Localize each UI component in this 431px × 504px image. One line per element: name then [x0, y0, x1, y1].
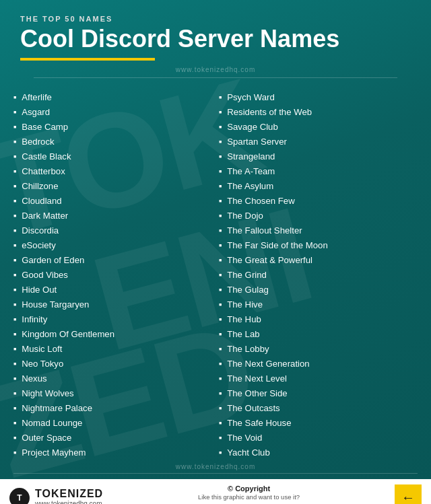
list-item: Spartan Server	[219, 135, 418, 149]
list-item: The Next Level	[219, 371, 418, 386]
list-item: The Fallout Shelter	[219, 223, 418, 238]
list-item: Cloudland	[13, 194, 212, 209]
list-item: Chatterbox	[13, 164, 212, 179]
list-item: Nexus	[13, 371, 212, 386]
list-item: Dark Matter	[13, 209, 212, 223]
list-item: Good Vibes	[13, 268, 212, 283]
brand-logo-icon: T	[9, 488, 30, 504]
list-item: House Targaryen	[13, 297, 212, 312]
list-item: The Dojo	[219, 209, 418, 223]
list-item: Chillzone	[13, 179, 212, 194]
brand-url: www.tokenizedhq.com	[35, 500, 103, 504]
footer: T TOKENIZED www.tokenizedhq.com © Copyri…	[0, 479, 431, 504]
list-item: Strangeland	[219, 149, 418, 164]
brand-icon-letter: T	[17, 493, 22, 503]
list-item: The Asylum	[219, 179, 418, 194]
left-column: AfterlifeAsgardBase CampBedrockCastle Bl…	[13, 90, 212, 460]
list-item: The Safe House	[219, 416, 418, 431]
list-item: Infinity	[13, 312, 212, 327]
footer-divider	[13, 473, 418, 474]
list-item: The Lobby	[219, 342, 418, 357]
list-item: Discordia	[13, 223, 212, 238]
footer-brand: TOKENIZED www.tokenizedhq.com	[35, 488, 103, 504]
top-label: THE TOP 50 NAMES	[20, 15, 411, 23]
list-item: Garden of Eden	[13, 253, 212, 268]
header: THE TOP 50 NAMES Cool Discord Server Nam…	[0, 0, 431, 90]
list-item: The A-Team	[219, 164, 418, 179]
page-container: TOK ENI ZED THE TOP 50 NAMES Cool Discor…	[0, 0, 431, 504]
list-item: Bedrock	[13, 135, 212, 149]
list-item: The Far Side of the Moon	[219, 238, 418, 253]
list-item: Yacht Club	[219, 445, 418, 460]
list-item: The Next Generation	[219, 357, 418, 371]
list-item: Nomad Lounge	[13, 416, 212, 431]
footer-center: © Copyright Like this graphic and want t…	[103, 484, 395, 504]
list-item: The Lab	[219, 327, 418, 342]
list-item: eSociety	[13, 238, 212, 253]
arrow-button[interactable]: ←	[395, 484, 422, 504]
columns: AfterlifeAsgardBase CampBedrockCastle Bl…	[0, 90, 431, 460]
footer-left: T TOKENIZED www.tokenizedhq.com	[9, 488, 103, 504]
list-item: Outer Space	[13, 431, 212, 445]
list-item: Kingdom Of Gentlemen	[13, 327, 212, 342]
right-column: Psych WardResidents of the WebSavage Clu…	[219, 90, 418, 460]
brand-name: TOKENIZED	[35, 488, 103, 500]
list-item: Asgard	[13, 105, 212, 120]
list-item: Base Camp	[13, 120, 212, 135]
header-divider	[34, 77, 397, 78]
copyright-label: © Copyright	[110, 484, 388, 493]
list-item: The Other Side	[219, 386, 418, 401]
list-item: The Void	[219, 431, 418, 445]
list-item: The Outcasts	[219, 401, 418, 416]
list-item: The Hub	[219, 312, 418, 327]
copyright-text: Like this graphic and want to use it?Don…	[110, 493, 388, 504]
list-item: The Chosen Few	[219, 194, 418, 209]
list-item: The Grind	[219, 268, 418, 283]
list-item: Castle Black	[13, 149, 212, 164]
list-item: The Gulag	[219, 283, 418, 297]
list-item: Savage Club	[219, 120, 418, 135]
list-item: Hide Out	[13, 283, 212, 297]
list-item: Music Loft	[13, 342, 212, 357]
list-item: Psych Ward	[219, 90, 418, 105]
list-item: The Hive	[219, 297, 418, 312]
list-item: Project Mayhem	[13, 445, 212, 460]
list-item: The Great & Powerful	[219, 253, 418, 268]
list-item: Neo Tokyo	[13, 357, 212, 371]
list-item: Afterlife	[13, 90, 212, 105]
footer-url-mid: www.tokenizedhq.com	[0, 463, 431, 470]
yellow-bar	[20, 58, 155, 61]
list-item: Residents of the Web	[219, 105, 418, 120]
list-item: Night Wolves	[13, 386, 212, 401]
header-url: www.tokenizedhq.com	[20, 66, 411, 73]
main-title: Cool Discord Server Names	[20, 26, 411, 52]
list-item: Nightmare Palace	[13, 401, 212, 416]
